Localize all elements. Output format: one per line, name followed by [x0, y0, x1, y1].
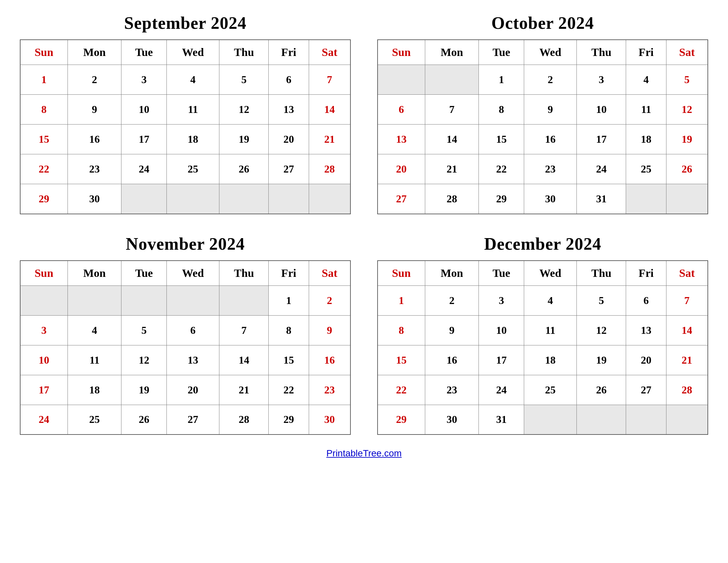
calendar-day: 16 [68, 124, 121, 154]
calendar-day: 5 [666, 65, 708, 95]
calendar-day: 12 [121, 345, 166, 375]
calendar-day: 22 [20, 154, 68, 184]
calendar-day: 16 [309, 345, 350, 375]
calendar-day: 8 [269, 315, 309, 345]
calendar-day: 25 [166, 154, 219, 184]
calendar-day [166, 286, 219, 315]
calendar-day: 5 [121, 315, 166, 345]
calendar-day: 29 [20, 184, 68, 214]
calendar-day: 20 [166, 375, 219, 405]
calendar-day: 17 [479, 345, 524, 375]
calendar-day [68, 286, 121, 315]
calendar-day: 7 [309, 65, 350, 95]
calendar-day: 8 [20, 95, 68, 124]
calendar-day: 30 [68, 184, 121, 214]
calendar-day: 15 [269, 345, 309, 375]
calendar-day: 12 [219, 95, 269, 124]
calendar-day: 19 [577, 345, 626, 375]
header-thu: Thu [577, 260, 626, 286]
calendar-dec2024: December 2024SunMonTueWedThuFriSat123456… [377, 234, 708, 435]
calendar-day: 26 [121, 405, 166, 435]
header-sat: Sat [666, 260, 708, 286]
calendar-day: 11 [68, 345, 121, 375]
calendar-day [626, 405, 666, 435]
calendar-day: 31 [479, 405, 524, 435]
calendar-day: 6 [269, 65, 309, 95]
calendar-day [121, 184, 166, 214]
calendar-day: 3 [121, 65, 166, 95]
calendar-day: 9 [68, 95, 121, 124]
calendar-day: 14 [666, 315, 708, 345]
calendar-day: 1 [269, 286, 309, 315]
calendar-day: 13 [378, 124, 425, 154]
calendar-day: 9 [425, 315, 479, 345]
calendar-day: 25 [524, 375, 576, 405]
calendar-day: 21 [219, 375, 269, 405]
calendar-day [121, 286, 166, 315]
calendar-day: 2 [68, 65, 121, 95]
calendar-day: 20 [269, 124, 309, 154]
calendar-day: 11 [524, 315, 576, 345]
calendar-day [666, 405, 708, 435]
header-mon: Mon [68, 40, 121, 65]
calendar-day: 17 [121, 124, 166, 154]
header-sat: Sat [666, 40, 708, 65]
calendar-day: 21 [425, 154, 479, 184]
calendar-day: 10 [577, 95, 626, 124]
header-fri: Fri [269, 40, 309, 65]
calendar-day [309, 184, 350, 214]
header-tue: Tue [479, 40, 524, 65]
calendar-day: 6 [166, 315, 219, 345]
header-mon: Mon [425, 40, 479, 65]
header-thu: Thu [577, 40, 626, 65]
header-fri: Fri [626, 260, 666, 286]
calendar-day: 19 [666, 124, 708, 154]
calendar-day: 3 [479, 286, 524, 315]
footer-link[interactable]: PrintableTree.com [326, 448, 402, 458]
calendar-day [219, 286, 269, 315]
header-thu: Thu [219, 40, 269, 65]
calendar-day: 28 [219, 405, 269, 435]
calendar-day: 22 [269, 375, 309, 405]
calendar-day: 27 [626, 375, 666, 405]
calendar-day: 13 [166, 345, 219, 375]
calendar-day: 29 [479, 184, 524, 214]
calendar-day: 18 [68, 375, 121, 405]
header-thu: Thu [219, 260, 269, 286]
calendar-day: 18 [626, 124, 666, 154]
calendar-day: 9 [309, 315, 350, 345]
calendar-title-dec2024: December 2024 [484, 234, 601, 254]
calendar-title-nov2024: November 2024 [126, 234, 245, 254]
calendar-day [20, 286, 68, 315]
calendar-day: 11 [626, 95, 666, 124]
calendar-oct2024: October 2024SunMonTueWedThuFriSat1234567… [377, 13, 708, 214]
calendar-day: 23 [425, 375, 479, 405]
calendar-day: 8 [479, 95, 524, 124]
calendar-day: 23 [524, 154, 576, 184]
header-tue: Tue [121, 260, 166, 286]
calendar-day: 29 [269, 405, 309, 435]
calendar-day: 22 [479, 154, 524, 184]
calendar-day: 12 [577, 315, 626, 345]
calendar-day: 1 [479, 65, 524, 95]
calendar-day [425, 65, 479, 95]
calendar-day: 23 [68, 154, 121, 184]
calendar-day [269, 184, 309, 214]
calendar-day: 10 [479, 315, 524, 345]
calendar-day: 10 [20, 345, 68, 375]
header-sun: Sun [378, 40, 425, 65]
calendar-day: 28 [425, 184, 479, 214]
calendar-day: 15 [378, 345, 425, 375]
calendar-table-sep2024: SunMonTueWedThuFriSat1234567891011121314… [20, 39, 351, 214]
calendar-day: 5 [219, 65, 269, 95]
calendar-day: 24 [577, 154, 626, 184]
header-wed: Wed [166, 40, 219, 65]
calendar-day: 3 [577, 65, 626, 95]
calendar-day: 15 [20, 124, 68, 154]
calendar-day: 2 [425, 286, 479, 315]
calendar-day: 31 [577, 184, 626, 214]
header-wed: Wed [524, 40, 576, 65]
calendar-day: 6 [378, 95, 425, 124]
calendar-day: 14 [425, 124, 479, 154]
calendar-title-sep2024: September 2024 [124, 13, 247, 33]
